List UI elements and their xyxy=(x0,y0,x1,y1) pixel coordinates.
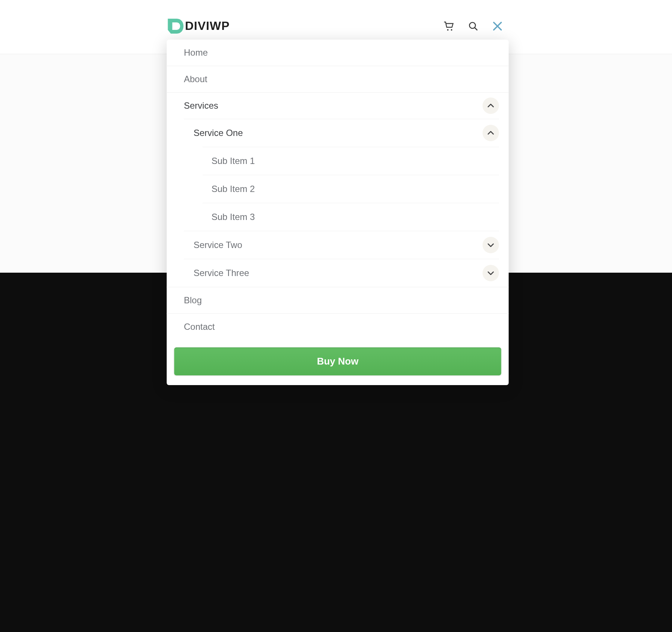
collapse-toggle[interactable] xyxy=(483,97,499,114)
menu-item-blog: Blog xyxy=(167,287,509,313)
site-header: DIVIWP xyxy=(167,16,503,36)
search-icon[interactable] xyxy=(468,21,479,31)
menu-item-home: Home xyxy=(167,40,509,66)
menu-label: Blog xyxy=(184,295,202,306)
close-icon[interactable] xyxy=(492,21,503,32)
menu-label: Service Two xyxy=(194,240,242,250)
menu-item-services: Services Service One xyxy=(167,92,509,287)
collapse-toggle[interactable] xyxy=(483,125,499,141)
chevron-up-icon xyxy=(488,103,494,108)
menu-label: Service Three xyxy=(194,268,249,278)
submenu-link-service-one[interactable]: Service One xyxy=(184,119,499,147)
submenu-item-service-two: Service Two xyxy=(184,231,499,259)
expand-toggle[interactable] xyxy=(483,265,499,281)
submenu-item-service-one: Service One Sub Item 1 xyxy=(184,119,499,231)
submenu-services: Service One Sub Item 1 xyxy=(184,119,499,287)
menu-link-about[interactable]: About xyxy=(167,66,509,92)
svg-point-1 xyxy=(451,29,452,31)
logo-mark-icon xyxy=(167,17,184,35)
svg-point-2 xyxy=(470,22,476,28)
mobile-menu-panel: Home About Services Ser xyxy=(167,40,509,385)
site-logo[interactable]: DIVIWP xyxy=(167,17,230,35)
submenu-link-service-two[interactable]: Service Two xyxy=(184,231,499,259)
menu-link-services[interactable]: Services xyxy=(167,93,509,119)
svg-point-0 xyxy=(447,29,449,31)
submenu-link-service-three[interactable]: Service Three xyxy=(184,259,499,287)
menu-item-about: About xyxy=(167,66,509,92)
expand-toggle[interactable] xyxy=(483,237,499,253)
menu-label: About xyxy=(184,74,208,84)
buy-now-label: Buy Now xyxy=(317,356,358,367)
buy-now-button[interactable]: Buy Now xyxy=(174,347,501,375)
menu-link-home[interactable]: Home xyxy=(167,40,509,66)
menu-label: Sub Item 1 xyxy=(212,156,255,166)
menu-link-contact[interactable]: Contact xyxy=(167,314,509,340)
subsub-link[interactable]: Sub Item 1 xyxy=(203,147,499,175)
menu-list: Home About Services Ser xyxy=(167,40,509,340)
subsub-item: Sub Item 3 xyxy=(203,203,499,231)
logo-text: DIVIWP xyxy=(185,19,230,33)
subsub-item: Sub Item 1 xyxy=(203,147,499,175)
cart-icon[interactable] xyxy=(444,21,455,31)
menu-label: Contact xyxy=(184,322,215,332)
subsub-item: Sub Item 2 xyxy=(203,175,499,203)
header-actions xyxy=(444,21,503,32)
subsub-link[interactable]: Sub Item 3 xyxy=(203,203,499,231)
menu-item-contact: Contact xyxy=(167,313,509,340)
submenu-item-service-three: Service Three xyxy=(184,259,499,287)
chevron-down-icon xyxy=(488,271,494,275)
chevron-up-icon xyxy=(488,131,494,135)
subsubmenu-service-one: Sub Item 1 Sub Item 2 Sub Item 3 xyxy=(203,147,499,231)
chevron-down-icon xyxy=(488,243,494,247)
subsub-link[interactable]: Sub Item 2 xyxy=(203,175,499,203)
svg-line-3 xyxy=(475,28,477,30)
menu-label: Services xyxy=(184,100,218,111)
menu-label: Sub Item 3 xyxy=(212,212,255,222)
menu-label: Sub Item 2 xyxy=(212,184,255,194)
menu-label: Home xyxy=(184,47,208,58)
menu-label: Service One xyxy=(194,128,243,138)
menu-link-blog[interactable]: Blog xyxy=(167,287,509,313)
